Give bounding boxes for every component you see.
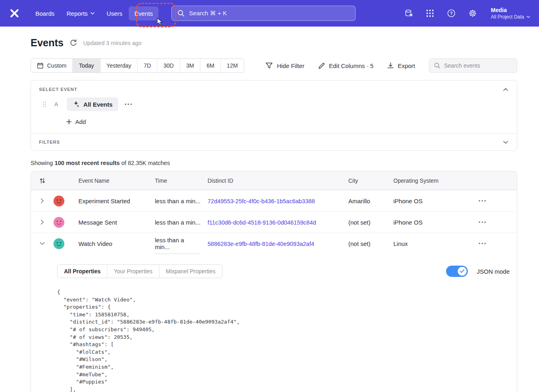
filter-funnel-icon (265, 62, 273, 69)
json-line: "#Puppies" (57, 378, 510, 386)
row-menu-button[interactable] (475, 198, 489, 204)
header-event-name[interactable]: Event Name (78, 177, 155, 184)
json-line: ], (57, 386, 510, 392)
events-search-field[interactable] (429, 58, 517, 73)
mixpanel-logo[interactable] (9, 8, 20, 19)
distinct-id-link[interactable]: 72d49553-25fc-4f0c-b436-1b5ac6ab3388 (208, 198, 315, 204)
date-range-30d[interactable]: 30D (157, 59, 180, 72)
tab-mixpanel-properties[interactable]: Mixpanel Properties (159, 265, 222, 278)
project-scope-label: All Project Data (491, 14, 524, 20)
header-operating-system[interactable]: Operating System (393, 177, 474, 184)
page-header: Events Updated 3 minutes ago (31, 37, 517, 49)
cell-city: Amarillo (348, 198, 393, 204)
project-name: Media (491, 7, 530, 13)
table-row-expanded: Watch Video less than a min... 5886283e-… (31, 233, 517, 254)
header-time[interactable]: Time (155, 177, 208, 184)
table-row: Message Sent less than a min... f11c30d6… (31, 211, 517, 233)
sort-rows-icon[interactable] (39, 177, 45, 184)
event-selector-chip[interactable]: All Events (67, 97, 118, 111)
search-icon (177, 10, 185, 17)
clause-more-icon[interactable] (123, 102, 134, 107)
data-management-icon[interactable] (404, 8, 414, 18)
header-city[interactable]: City (348, 177, 393, 184)
row-menu-button[interactable] (475, 219, 489, 225)
row-menu-button[interactable] (475, 240, 489, 247)
edit-columns-label: Edit Columns · 5 (329, 62, 374, 69)
filters-section-header[interactable]: FILTERS (31, 134, 517, 151)
row-detail-panel: All Properties Your Properties Mixpanel … (31, 254, 517, 392)
expand-filters-icon[interactable] (502, 140, 509, 144)
ellipsis-icon (479, 221, 486, 223)
table-row: Experiment Started less than a min... 72… (31, 190, 517, 211)
add-event-button[interactable]: Add (66, 118, 86, 125)
nav-item-reports-label: Reports (67, 10, 88, 17)
nav-item-users[interactable]: Users (101, 6, 128, 21)
expand-row-button[interactable] (38, 217, 46, 227)
cell-event-name: Watch Video (78, 240, 155, 247)
global-search-input[interactable]: Search ⌘ + K (171, 6, 356, 21)
date-range-yesterday[interactable]: Yesterday (100, 59, 138, 72)
cell-os: iPhone OS (393, 198, 474, 204)
chevron-down-icon (40, 242, 45, 245)
date-range-3m[interactable]: 3M (180, 59, 200, 72)
json-line: "#lolCats", (57, 349, 510, 356)
clause-letter: A (54, 101, 58, 107)
download-icon (387, 62, 394, 69)
json-line: "event": "Watch Video", (57, 296, 510, 304)
results-prefix: Showing (31, 160, 55, 166)
edit-columns-button[interactable]: Edit Columns · 5 (318, 62, 374, 69)
date-range-custom-label: Custom (47, 62, 66, 69)
date-range-custom[interactable]: Custom (31, 59, 72, 72)
results-suffix: of 82.35K matches (120, 160, 170, 166)
nav-item-reports[interactable]: Reports (61, 6, 101, 21)
check-icon (460, 269, 465, 273)
date-range-7d[interactable]: 7D (137, 59, 157, 72)
query-builder-card: SELECT EVENT A All Events (31, 80, 517, 151)
toggle-knob (458, 267, 467, 276)
date-range-12m[interactable]: 12M (220, 59, 244, 72)
events-table: Event Name Time Distinct ID City Operati… (31, 171, 517, 392)
results-summary: Showing 100 most recent results of 82.35… (31, 160, 517, 166)
json-viewer: { "event": "Watch Video", "properties": … (57, 289, 510, 392)
apps-grid-icon[interactable] (425, 8, 435, 18)
toolbar: Custom Today Yesterday 7D 30D 3M 6M 12M … (31, 58, 517, 73)
collapse-row-button[interactable] (37, 239, 47, 248)
select-event-section: SELECT EVENT A All Events (31, 80, 517, 133)
event-avatar (53, 238, 78, 249)
json-line: "time": 1585810758, (57, 311, 510, 319)
hide-filter-button[interactable]: Hide Filter (265, 62, 304, 69)
nav-item-events[interactable]: Events (129, 6, 158, 21)
date-range-6m[interactable]: 6M (200, 59, 220, 72)
distinct-id-link[interactable]: f11c30d6-dc6d-4518-9136-0d046159c84d (208, 219, 316, 226)
global-search-placeholder: Search ⌘ + K (189, 10, 227, 17)
json-line: "# of views": 20535, (57, 334, 510, 341)
project-selector[interactable]: Media All Project Data (491, 7, 530, 20)
drag-handle-icon[interactable] (42, 101, 46, 107)
chevron-right-icon (41, 220, 44, 225)
settings-gear-icon[interactable] (468, 8, 477, 18)
refresh-icon[interactable] (70, 39, 77, 47)
search-icon (434, 62, 440, 69)
plus-icon (66, 119, 72, 124)
json-mode-toggle[interactable] (446, 266, 468, 277)
nav-item-boards[interactable]: Boards (30, 6, 60, 21)
distinct-id-link[interactable]: 5886283e-e9fb-48fb-81de-40e9093a2af4 (208, 241, 314, 247)
export-label: Export (398, 62, 415, 69)
page-content: Events Updated 3 minutes ago Custom Toda… (0, 37, 539, 392)
tab-your-properties[interactable]: Your Properties (107, 265, 159, 278)
json-line: "properties": { (57, 303, 510, 311)
add-event-label: Add (75, 118, 86, 125)
date-range-today[interactable]: Today (72, 59, 100, 72)
json-line: { (57, 289, 510, 296)
header-distinct-id[interactable]: Distinct ID (208, 177, 348, 184)
tab-all-properties[interactable]: All Properties (58, 265, 107, 278)
event-clause-row: A All Events (39, 97, 509, 111)
results-count: 100 most recent results (55, 160, 120, 166)
cell-event-name: Message Sent (78, 219, 155, 226)
events-search-input[interactable] (444, 62, 508, 69)
expand-row-button[interactable] (38, 196, 46, 206)
collapse-section-icon[interactable] (502, 87, 509, 92)
export-button[interactable]: Export (387, 62, 415, 69)
help-icon[interactable]: ? (446, 8, 456, 18)
chevron-down-icon (527, 16, 530, 18)
